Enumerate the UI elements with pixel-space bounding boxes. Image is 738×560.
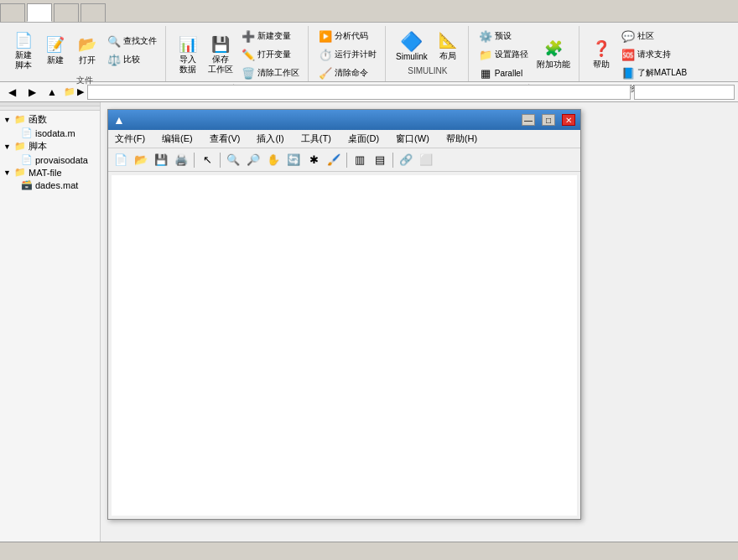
rotate-button[interactable]: 🔄 xyxy=(284,151,303,169)
minimize-button[interactable]: — xyxy=(522,114,535,126)
close-button[interactable]: ✕ xyxy=(562,114,575,126)
tab-plot[interactable] xyxy=(27,3,52,22)
btn-simulink[interactable]: 🔷 Simulink xyxy=(392,29,431,64)
tree-item-isodata[interactable]: 📄 isodata.m xyxy=(8,127,98,139)
properties-button[interactable]: ⬜ xyxy=(417,151,435,169)
menu-window[interactable]: 窗口(W) xyxy=(392,131,433,147)
matfile-children: 🗃️ dades.mat xyxy=(8,179,98,191)
btn-new[interactable]: 📝 新建 xyxy=(40,32,70,69)
btn-open[interactable]: 📂 打开 xyxy=(72,32,102,69)
menu-edit[interactable]: 编辑(E) xyxy=(159,131,196,147)
tree-item-scripts[interactable]: ▼ 📁 脚本 xyxy=(2,139,98,153)
ribbon-group-code: ▶️ 分析代码 ⏱️ 运行并计时 🧹 清除命令 代码 xyxy=(310,26,386,81)
btn-new-script[interactable]: 📄 新建脚本 xyxy=(8,28,39,73)
tree-item-provaisodata[interactable]: 📄 provaisodata xyxy=(8,153,98,166)
maximize-button[interactable]: □ xyxy=(542,114,555,126)
link-button[interactable]: 🔗 xyxy=(397,151,415,169)
parallel-icon: ▦ xyxy=(479,66,492,80)
open-fig-button[interactable]: 📂 xyxy=(132,151,150,169)
address-bar: ◀ ▶ ▲ 📁 ▶ xyxy=(0,82,738,102)
tab-app[interactable] xyxy=(54,3,79,22)
main-area: ▼ 📁 函数 📄 isodata.m ▼ 📁 脚本 � xyxy=(0,102,738,542)
btn-find-file[interactable]: 🔍 查找文件 xyxy=(104,33,160,49)
learn-matlab-icon: 📘 xyxy=(621,66,635,80)
btn-import[interactable]: 📊 导入数据 xyxy=(173,32,203,77)
btn-community[interactable]: 💬 社区 xyxy=(618,28,690,44)
btn-clear-cmd[interactable]: 🧹 清除命令 xyxy=(315,65,380,81)
expand-isodata-icon xyxy=(10,129,18,137)
add-function-icon: 🧩 xyxy=(543,39,564,59)
simulink-group-label: SIMULINK xyxy=(408,66,447,75)
tree-item-matfile[interactable]: ▼ 📁 MAT-file xyxy=(2,166,98,179)
functions-children: 📄 isodata.m xyxy=(8,127,98,139)
preferences-icon: ⚙️ xyxy=(479,29,492,43)
request-support-icon: 🆘 xyxy=(621,48,635,61)
command-bar[interactable] xyxy=(634,85,735,100)
toolbar-sep-2 xyxy=(220,153,221,168)
colorbar-button[interactable]: ▥ xyxy=(351,151,369,169)
legend-button[interactable]: ▤ xyxy=(371,151,389,169)
import-icon: 📊 xyxy=(178,34,198,54)
btn-parallel[interactable]: ▦ Parallel xyxy=(476,65,532,81)
up-button[interactable]: ▲ xyxy=(44,84,60,101)
data-cursor-button[interactable]: ✱ xyxy=(304,151,323,169)
new-fig-button[interactable]: 📄 xyxy=(112,151,130,169)
tab-shortcut[interactable] xyxy=(81,3,106,22)
btn-set-path[interactable]: 📁 设置路径 xyxy=(476,46,532,63)
toolbar-sep-3 xyxy=(346,153,347,168)
print-fig-button[interactable]: 🖨️ xyxy=(172,151,190,169)
btn-new-var[interactable]: ➕ 新建变量 xyxy=(238,28,303,44)
menu-file[interactable]: 文件(F) xyxy=(112,131,148,147)
btn-open-var[interactable]: ✏️ 打开变量 xyxy=(238,46,303,63)
address-path[interactable] xyxy=(87,85,631,100)
compare-icon: ⚖️ xyxy=(107,53,121,66)
figure-matlab-icon: ▲ xyxy=(113,113,125,127)
open-var-icon: ✏️ xyxy=(242,48,255,61)
btn-analyze-code[interactable]: ▶️ 分析代码 xyxy=(315,28,380,44)
btn-preferences[interactable]: ⚙️ 预设 xyxy=(476,28,532,44)
btn-layout[interactable]: 📐 布局 xyxy=(433,28,463,65)
btn-learn-matlab[interactable]: 📘 了解MATLAB xyxy=(618,65,690,81)
brush-button[interactable]: 🖌️ xyxy=(325,151,343,169)
run-time-icon: ⏱️ xyxy=(319,48,332,61)
expand-provaisodata-icon xyxy=(10,156,18,164)
back-button[interactable]: ◀ xyxy=(3,84,20,101)
ribbon-group-env: ⚙️ 预设 📁 设置路径 ▦ Parallel 🧩 附加功能 环境 xyxy=(470,26,579,81)
new-var-icon: ➕ xyxy=(242,29,255,43)
btn-clear-workspace[interactable]: 🗑️ 清除工作区 xyxy=(238,65,303,81)
btn-add-function[interactable]: 🧩 附加功能 xyxy=(533,36,574,73)
figure-window[interactable]: ▲ — □ ✕ 文件(F) 编辑(E) 查看(V) 插入(I) 工具(T) 桌面… xyxy=(107,109,581,520)
menu-help[interactable]: 帮助(H) xyxy=(443,131,481,147)
figure-body xyxy=(108,172,580,519)
pan-button[interactable]: ✋ xyxy=(264,151,283,169)
tree-item-functions[interactable]: ▼ 📁 函数 xyxy=(2,112,98,127)
figure-menubar: 文件(F) 编辑(E) 查看(V) 插入(I) 工具(T) 桌面(D) 窗口(W… xyxy=(108,130,580,148)
tree-item-dades[interactable]: 🗃️ dades.mat xyxy=(8,179,98,191)
file-icon-isodata: 📄 xyxy=(21,127,33,138)
forward-button[interactable]: ▶ xyxy=(23,84,40,101)
btn-request-support[interactable]: 🆘 请求支持 xyxy=(618,46,690,63)
tree-label-matfile: MAT-file xyxy=(29,168,62,178)
folder-icon: 📁 xyxy=(14,114,26,125)
file-icon-dades: 🗃️ xyxy=(21,179,33,190)
tree-label-functions: 函数 xyxy=(29,113,47,126)
zoom-in-button[interactable]: 🔍 xyxy=(224,151,242,169)
btn-run-time[interactable]: ⏱️ 运行并计时 xyxy=(315,46,380,63)
menu-tools[interactable]: 工具(T) xyxy=(298,131,335,147)
menu-desktop[interactable]: 桌面(D) xyxy=(345,131,382,147)
btn-compare[interactable]: ⚖️ 比较 xyxy=(104,51,160,68)
save-fig-button[interactable]: 💾 xyxy=(152,151,170,169)
arrow-icon: ▶ xyxy=(77,86,84,97)
select-tool[interactable]: ↖ xyxy=(198,151,216,169)
menu-insert[interactable]: 插入(I) xyxy=(253,131,287,147)
btn-help[interactable]: ❓ 帮助 xyxy=(586,36,616,73)
tree-label-scripts: 脚本 xyxy=(29,140,47,153)
btn-save-workspace[interactable]: 💾 保存工作区 xyxy=(205,32,236,77)
folder-icon-sm: 📁 xyxy=(64,86,75,97)
status-bar xyxy=(0,542,738,560)
zoom-out-button[interactable]: 🔎 xyxy=(244,151,262,169)
tab-bar xyxy=(0,0,738,22)
tab-home[interactable] xyxy=(0,3,25,22)
menu-view[interactable]: 查看(V) xyxy=(206,131,244,147)
ribbon: 📄 新建脚本 📝 新建 📂 打开 🔍 查找文件 ⚖️ 比较 xyxy=(0,22,738,82)
